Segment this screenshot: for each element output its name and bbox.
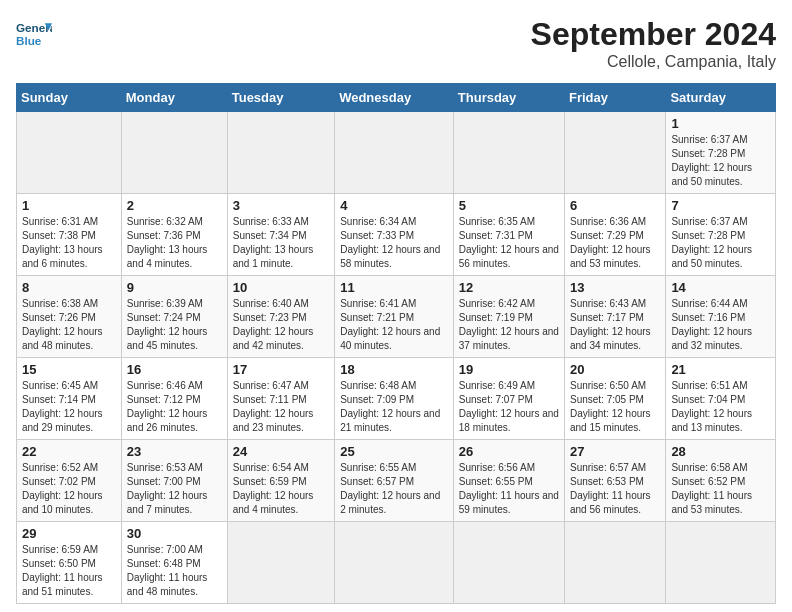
sunrise-text: Sunrise: 6:44 AM bbox=[671, 297, 770, 311]
sunrise-text: Sunrise: 6:58 AM bbox=[671, 461, 770, 475]
sunrise-text: Sunrise: 6:53 AM bbox=[127, 461, 222, 475]
day-info: Sunrise: 6:36 AMSunset: 7:29 PMDaylight:… bbox=[570, 215, 660, 271]
table-cell: 16Sunrise: 6:46 AMSunset: 7:12 PMDayligh… bbox=[121, 358, 227, 440]
daylight-text: Daylight: 12 hours and 2 minutes. bbox=[340, 489, 448, 517]
sunrise-text: Sunrise: 6:45 AM bbox=[22, 379, 116, 393]
day-info: Sunrise: 6:58 AMSunset: 6:52 PMDaylight:… bbox=[671, 461, 770, 517]
table-cell: 6Sunrise: 6:36 AMSunset: 7:29 PMDaylight… bbox=[564, 194, 665, 276]
sunset-text: Sunset: 7:14 PM bbox=[22, 393, 116, 407]
sunset-text: Sunset: 7:04 PM bbox=[671, 393, 770, 407]
sunrise-text: Sunrise: 6:31 AM bbox=[22, 215, 116, 229]
table-cell: 8Sunrise: 6:38 AMSunset: 7:26 PMDaylight… bbox=[17, 276, 122, 358]
daylight-text: Daylight: 11 hours and 48 minutes. bbox=[127, 571, 222, 599]
day-info: Sunrise: 6:56 AMSunset: 6:55 PMDaylight:… bbox=[459, 461, 559, 517]
daylight-text: Daylight: 12 hours and 21 minutes. bbox=[340, 407, 448, 435]
table-cell: 14Sunrise: 6:44 AMSunset: 7:16 PMDayligh… bbox=[666, 276, 776, 358]
day-info: Sunrise: 6:49 AMSunset: 7:07 PMDaylight:… bbox=[459, 379, 559, 435]
sunset-text: Sunset: 6:52 PM bbox=[671, 475, 770, 489]
sunrise-text: Sunrise: 6:55 AM bbox=[340, 461, 448, 475]
calendar-week-row: 1Sunrise: 6:31 AMSunset: 7:38 PMDaylight… bbox=[17, 194, 776, 276]
day-number: 27 bbox=[570, 444, 660, 459]
table-cell: 29Sunrise: 6:59 AMSunset: 6:50 PMDayligh… bbox=[17, 522, 122, 604]
table-cell bbox=[564, 112, 665, 194]
day-number: 1 bbox=[671, 116, 770, 131]
sunrise-text: Sunrise: 6:37 AM bbox=[671, 215, 770, 229]
daylight-text: Daylight: 12 hours and 45 minutes. bbox=[127, 325, 222, 353]
table-cell: 1Sunrise: 6:31 AMSunset: 7:38 PMDaylight… bbox=[17, 194, 122, 276]
sunrise-text: Sunrise: 6:43 AM bbox=[570, 297, 660, 311]
daylight-text: Daylight: 12 hours and 42 minutes. bbox=[233, 325, 329, 353]
table-cell: 22Sunrise: 6:52 AMSunset: 7:02 PMDayligh… bbox=[17, 440, 122, 522]
sunrise-text: Sunrise: 7:00 AM bbox=[127, 543, 222, 557]
day-info: Sunrise: 6:40 AMSunset: 7:23 PMDaylight:… bbox=[233, 297, 329, 353]
day-number: 21 bbox=[671, 362, 770, 377]
table-cell: 28Sunrise: 6:58 AMSunset: 6:52 PMDayligh… bbox=[666, 440, 776, 522]
daylight-text: Daylight: 12 hours and 50 minutes. bbox=[671, 243, 770, 271]
daylight-text: Daylight: 12 hours and 29 minutes. bbox=[22, 407, 116, 435]
sunset-text: Sunset: 7:07 PM bbox=[459, 393, 559, 407]
sunrise-text: Sunrise: 6:42 AM bbox=[459, 297, 559, 311]
page-header: General Blue September 2024 Cellole, Cam… bbox=[16, 16, 776, 71]
day-number: 1 bbox=[22, 198, 116, 213]
sunset-text: Sunset: 6:50 PM bbox=[22, 557, 116, 571]
day-info: Sunrise: 6:50 AMSunset: 7:05 PMDaylight:… bbox=[570, 379, 660, 435]
table-cell bbox=[227, 112, 334, 194]
table-cell: 13Sunrise: 6:43 AMSunset: 7:17 PMDayligh… bbox=[564, 276, 665, 358]
day-number: 23 bbox=[127, 444, 222, 459]
day-number: 9 bbox=[127, 280, 222, 295]
table-cell: 10Sunrise: 6:40 AMSunset: 7:23 PMDayligh… bbox=[227, 276, 334, 358]
sunset-text: Sunset: 6:59 PM bbox=[233, 475, 329, 489]
table-cell: 3Sunrise: 6:33 AMSunset: 7:34 PMDaylight… bbox=[227, 194, 334, 276]
day-number: 18 bbox=[340, 362, 448, 377]
day-number: 2 bbox=[127, 198, 222, 213]
day-info: Sunrise: 6:38 AMSunset: 7:26 PMDaylight:… bbox=[22, 297, 116, 353]
col-friday: Friday bbox=[564, 84, 665, 112]
col-wednesday: Wednesday bbox=[335, 84, 454, 112]
daylight-text: Daylight: 13 hours and 6 minutes. bbox=[22, 243, 116, 271]
sunset-text: Sunset: 7:28 PM bbox=[671, 229, 770, 243]
table-cell bbox=[335, 522, 454, 604]
calendar-week-row: 29Sunrise: 6:59 AMSunset: 6:50 PMDayligh… bbox=[17, 522, 776, 604]
day-info: Sunrise: 6:44 AMSunset: 7:16 PMDaylight:… bbox=[671, 297, 770, 353]
day-info: Sunrise: 6:48 AMSunset: 7:09 PMDaylight:… bbox=[340, 379, 448, 435]
day-number: 5 bbox=[459, 198, 559, 213]
calendar-week-row: 8Sunrise: 6:38 AMSunset: 7:26 PMDaylight… bbox=[17, 276, 776, 358]
day-number: 6 bbox=[570, 198, 660, 213]
daylight-text: Daylight: 12 hours and 58 minutes. bbox=[340, 243, 448, 271]
day-info: Sunrise: 6:59 AMSunset: 6:50 PMDaylight:… bbox=[22, 543, 116, 599]
day-number: 13 bbox=[570, 280, 660, 295]
day-number: 10 bbox=[233, 280, 329, 295]
table-cell: 15Sunrise: 6:45 AMSunset: 7:14 PMDayligh… bbox=[17, 358, 122, 440]
table-cell: 2Sunrise: 6:32 AMSunset: 7:36 PMDaylight… bbox=[121, 194, 227, 276]
sunset-text: Sunset: 7:02 PM bbox=[22, 475, 116, 489]
daylight-text: Daylight: 12 hours and 32 minutes. bbox=[671, 325, 770, 353]
day-number: 4 bbox=[340, 198, 448, 213]
day-info: Sunrise: 6:52 AMSunset: 7:02 PMDaylight:… bbox=[22, 461, 116, 517]
table-cell: 30Sunrise: 7:00 AMSunset: 6:48 PMDayligh… bbox=[121, 522, 227, 604]
calendar-week-row: 15Sunrise: 6:45 AMSunset: 7:14 PMDayligh… bbox=[17, 358, 776, 440]
daylight-text: Daylight: 11 hours and 51 minutes. bbox=[22, 571, 116, 599]
table-cell: 19Sunrise: 6:49 AMSunset: 7:07 PMDayligh… bbox=[453, 358, 564, 440]
day-number: 20 bbox=[570, 362, 660, 377]
day-number: 24 bbox=[233, 444, 329, 459]
daylight-text: Daylight: 13 hours and 1 minute. bbox=[233, 243, 329, 271]
day-info: Sunrise: 6:31 AMSunset: 7:38 PMDaylight:… bbox=[22, 215, 116, 271]
page-subtitle: Cellole, Campania, Italy bbox=[531, 53, 776, 71]
sunset-text: Sunset: 7:36 PM bbox=[127, 229, 222, 243]
daylight-text: Daylight: 12 hours and 4 minutes. bbox=[233, 489, 329, 517]
sunset-text: Sunset: 7:33 PM bbox=[340, 229, 448, 243]
day-info: Sunrise: 6:57 AMSunset: 6:53 PMDaylight:… bbox=[570, 461, 660, 517]
table-cell: 11Sunrise: 6:41 AMSunset: 7:21 PMDayligh… bbox=[335, 276, 454, 358]
table-cell bbox=[121, 112, 227, 194]
table-cell: 5Sunrise: 6:35 AMSunset: 7:31 PMDaylight… bbox=[453, 194, 564, 276]
day-number: 29 bbox=[22, 526, 116, 541]
sunrise-text: Sunrise: 6:32 AM bbox=[127, 215, 222, 229]
table-cell: 25Sunrise: 6:55 AMSunset: 6:57 PMDayligh… bbox=[335, 440, 454, 522]
sunrise-text: Sunrise: 6:37 AM bbox=[671, 133, 770, 147]
day-info: Sunrise: 6:37 AMSunset: 7:28 PMDaylight:… bbox=[671, 215, 770, 271]
sunrise-text: Sunrise: 6:35 AM bbox=[459, 215, 559, 229]
sunrise-text: Sunrise: 6:59 AM bbox=[22, 543, 116, 557]
daylight-text: Daylight: 12 hours and 50 minutes. bbox=[671, 161, 770, 189]
daylight-text: Daylight: 12 hours and 40 minutes. bbox=[340, 325, 448, 353]
daylight-text: Daylight: 12 hours and 15 minutes. bbox=[570, 407, 660, 435]
